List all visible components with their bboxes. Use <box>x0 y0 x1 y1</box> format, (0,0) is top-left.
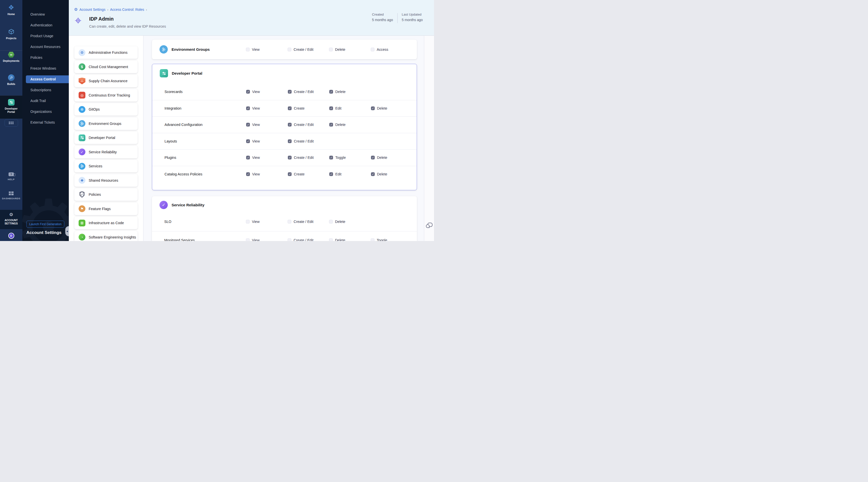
checkbox-create-edit[interactable] <box>288 139 291 143</box>
support-chat-icon[interactable] <box>426 223 433 228</box>
checkbox-delete[interactable] <box>329 239 333 241</box>
permission-card-developer-portal: Developer Portal Scorecards View Create … <box>152 64 417 190</box>
checkbox-edit[interactable] <box>329 106 333 110</box>
checkbox-edit[interactable] <box>329 172 333 176</box>
checkbox-delete[interactable] <box>371 172 375 176</box>
permission-card-environment-groups: Environment Groups View Create / Edit De… <box>152 40 417 59</box>
checkbox-create-edit[interactable] <box>287 239 291 241</box>
sidebar-item-access-control[interactable]: Access Control <box>22 74 69 85</box>
developer-portal-icon <box>79 134 85 141</box>
checkbox-view[interactable] <box>246 239 250 241</box>
resource-name: Advanced Configuration <box>164 123 203 127</box>
checkbox-create-edit[interactable] <box>287 220 291 223</box>
avatar[interactable]: D <box>8 233 14 239</box>
permission-delete: Delete <box>329 40 369 59</box>
permission-view: View <box>246 40 286 59</box>
checkbox-create-edit[interactable] <box>288 123 291 127</box>
resource-name: Catalog Access Policies <box>164 172 203 176</box>
nav-account-settings[interactable]: ⚙ ACCOUNT SETTINGS <box>0 212 22 225</box>
continuous-error-tracking-icon: ◎ <box>79 92 85 98</box>
sidebar-item-overview[interactable]: Overview <box>22 9 69 20</box>
sidebar-item-subscriptions[interactable]: Subscriptions <box>22 85 69 95</box>
module-item-service-reliability[interactable]: ✓ Service Reliability <box>74 146 137 158</box>
module-item-environment-groups[interactable]: Environment Groups <box>74 117 137 130</box>
checkbox-view[interactable] <box>246 90 250 94</box>
sidebar-item-freeze-windows[interactable]: Freeze Windows <box>22 63 69 74</box>
permission-row-advanced-configuration: Advanced Configuration View Create / Edi… <box>152 117 417 133</box>
permission-row-monitored-services: Monitored Services View Create / Edit De… <box>152 232 417 241</box>
nav-dashboards[interactable]: DASHBOARDS <box>0 191 22 200</box>
created-value: 5 months ago <box>372 18 393 22</box>
launch-first-generation-button[interactable]: Launch First Generation <box>26 221 64 228</box>
nav-projects[interactable]: Projects <box>0 28 22 40</box>
module-item-developer-portal[interactable]: Developer Portal <box>74 131 137 144</box>
module-item-administrative-functions[interactable]: ⚙ Administrative Functions <box>74 46 137 59</box>
apps-grid-button[interactable] <box>4 119 18 127</box>
module-item-shared-resources[interactable]: ❖ Shared Resources <box>74 174 137 187</box>
nav-projects-label: Projects <box>6 37 16 40</box>
updated-meta: Last Updated 5 months ago <box>402 12 423 23</box>
sidebar-item-account-resources[interactable]: Account Resources <box>22 41 69 52</box>
permission-row-environment-groups: View Create / Edit Delete Access <box>152 40 417 59</box>
checkbox-create-edit[interactable] <box>288 90 291 94</box>
module-item-software-engineering-insights[interactable]: ◔ Software Engineering Insights <box>74 231 137 241</box>
administrative-functions-icon: ⚙ <box>79 49 85 56</box>
module-item-policies[interactable]: ✓ Policies <box>74 188 137 201</box>
checkbox-delete[interactable] <box>371 106 375 110</box>
sidebar-collapse-handle[interactable]: ◀ <box>65 226 69 236</box>
sidebar-item-product-usage[interactable]: Product Usage <box>22 31 69 41</box>
module-item-infrastructure-as-code[interactable]: ⊞ Infrastructure as Code <box>74 217 137 229</box>
updated-label: Last Updated <box>402 12 423 16</box>
checkbox-delete[interactable] <box>371 156 375 159</box>
module-item-gitops[interactable]: ⊙ GitOps <box>74 103 137 116</box>
breadcrumb-account-settings[interactable]: Account Settings <box>80 8 105 11</box>
checkbox-view[interactable] <box>246 106 250 110</box>
checkbox-delete[interactable] <box>329 90 333 94</box>
checkbox-view[interactable] <box>246 123 250 127</box>
resource-name: Plugins <box>164 156 176 159</box>
checkbox-create[interactable] <box>288 172 291 176</box>
module-item-supply-chain-assurance[interactable]: ∴ Supply Chain Assurance <box>74 74 137 87</box>
nav-deployments[interactable]: ∞ Deployments <box>0 52 22 63</box>
sidebar-item-authentication[interactable]: Authentication <box>22 20 69 31</box>
module-item-feature-flags[interactable]: ⚑ Feature Flags <box>74 203 137 215</box>
checkbox-create-edit[interactable] <box>288 156 291 159</box>
nav-help[interactable]: ? HELP <box>0 172 22 181</box>
sidebar-item-policies[interactable]: Policies <box>22 52 69 63</box>
breadcrumb: ⚙ Account Settings › Access Control: Rol… <box>74 7 147 11</box>
sidebar-item-organizations[interactable]: Organizations <box>22 106 69 117</box>
shared-resources-icon: ❖ <box>79 177 85 184</box>
permission-card-service-reliability: ✓ Service Reliability SLO View Create / … <box>152 196 417 241</box>
checkbox-delete[interactable] <box>329 48 333 52</box>
page-header: ⚙ Account Settings › Access Control: Rol… <box>69 0 434 36</box>
checkbox-view[interactable] <box>246 172 250 176</box>
module-item-cloud-cost-management[interactable]: $ Cloud Cost Management <box>74 61 137 73</box>
module-item-services[interactable]: Services <box>74 160 137 172</box>
feature-flags-icon: ⚑ <box>79 205 85 212</box>
policies-shield-icon: ✓ <box>79 191 85 198</box>
checkbox-view[interactable] <box>246 156 250 159</box>
checkbox-view[interactable] <box>246 48 250 52</box>
apps-grid-icon <box>9 122 13 124</box>
nav-developer-portal[interactable]: Developer Portal <box>0 99 22 114</box>
checkbox-create-edit[interactable] <box>287 48 291 52</box>
checkbox-create[interactable] <box>288 106 291 110</box>
breadcrumb-access-control-roles[interactable]: Access Control: Roles <box>110 8 144 11</box>
sidebar-item-audit-trail[interactable]: Audit Trail <box>22 95 69 106</box>
nav-home[interactable]: ❖ Home <box>0 4 22 16</box>
nav-help-label: HELP <box>8 178 14 181</box>
nav-apps <box>0 119 22 127</box>
checkbox-view[interactable] <box>246 139 250 143</box>
checkbox-delete[interactable] <box>329 123 333 127</box>
module-item-continuous-error-tracking[interactable]: ◎ Continuous Error Tracking <box>74 89 137 101</box>
checkbox-access[interactable] <box>371 48 374 52</box>
checkbox-view[interactable] <box>246 220 250 223</box>
settings-sidebar: ⚙ Overview Authentication Product Usage … <box>22 0 69 241</box>
nav-builds[interactable]: Builds <box>0 74 22 86</box>
checkbox-delete[interactable] <box>329 220 333 223</box>
permission-row-integration: Integration View Create Edit Delete <box>152 100 417 117</box>
updated-value: 5 months ago <box>402 18 423 22</box>
sidebar-item-external-tickets[interactable]: External Tickets <box>22 117 69 128</box>
checkbox-toggle[interactable] <box>329 156 333 159</box>
checkbox-toggle[interactable] <box>371 239 374 241</box>
